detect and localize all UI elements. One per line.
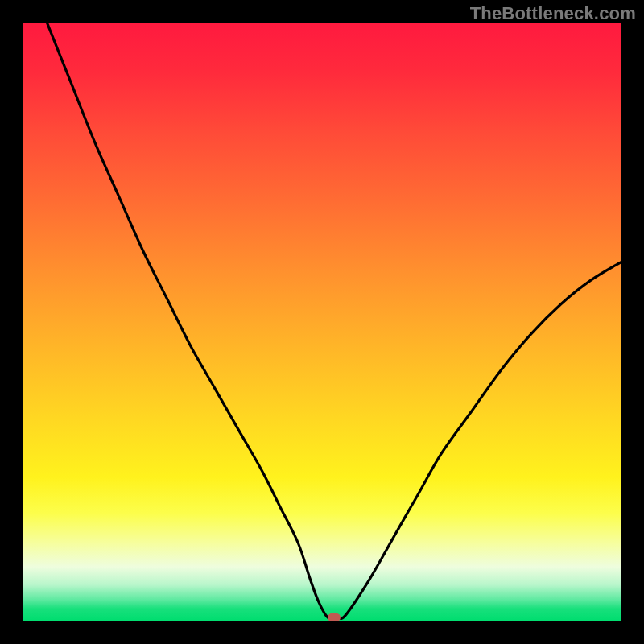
chart-frame: TheBottleneck.com — [0, 0, 644, 644]
plot-area — [23, 23, 621, 621]
marker-dot — [328, 613, 341, 621]
bottleneck-curve — [23, 23, 621, 621]
watermark-text: TheBottleneck.com — [470, 3, 636, 24]
